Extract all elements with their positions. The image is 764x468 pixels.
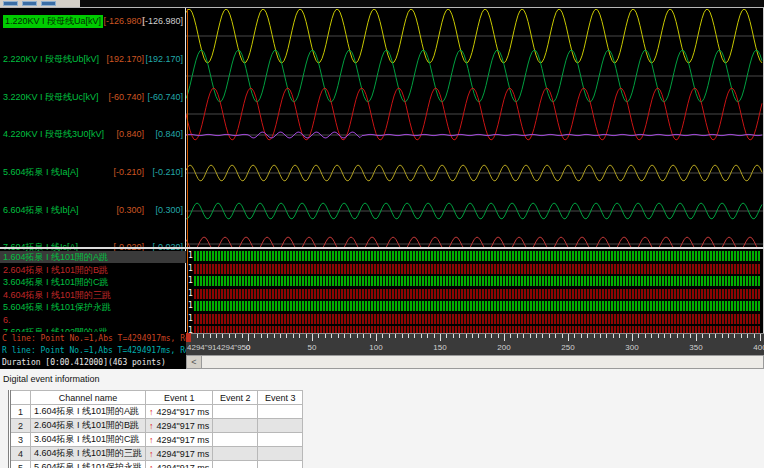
axis-tick [472, 334, 473, 338]
digital-waveform-bar [194, 251, 760, 261]
digital-channel-row[interactable]: 4.604拓泉 I 线101開的三跳 [0, 289, 186, 301]
axis-tick [210, 334, 211, 338]
axis-tick [485, 334, 486, 338]
scrollbar-track[interactable] [202, 356, 763, 368]
channel-value-2: [-60.740] [147, 91, 183, 104]
axis-tick [510, 334, 511, 338]
analog-channel-label[interactable]: 5.604拓泉 I 线Ia[A] [3, 166, 79, 179]
analog-channel-row[interactable]: 6.604拓泉 I 线Ib[A][0.300][0.300] [0, 204, 185, 217]
axis-tick [619, 334, 620, 338]
digital-channel-label[interactable]: 2.604拓泉 I 线101開的B跳 [3, 264, 108, 276]
analog-waveforms-svg[interactable] [186, 9, 763, 247]
column-header: Event 1 [146, 391, 213, 405]
analog-channel-row[interactable]: 2.220KV I 段母线Ub[kV][192.170][192.170] [0, 53, 185, 66]
axis-tick [690, 334, 691, 338]
analog-channel-label[interactable]: 4.220KV I 段母线3U0[kV] [3, 128, 104, 141]
axis-tick [203, 334, 204, 338]
event1-cell: ↑4294"917 ms [146, 419, 213, 433]
toolbar-btn-1-icon[interactable] [3, 1, 18, 6]
event3-cell [258, 433, 303, 447]
axis-tick [325, 334, 326, 338]
digital-state-value: 1 [188, 314, 193, 324]
axis-tick [606, 334, 607, 338]
table-row[interactable]: 44.604拓泉 I 线101開的三跳↑4294"917 ms [10, 447, 303, 461]
toolbar-btn-2-icon[interactable] [22, 1, 37, 6]
analog-channel-label[interactable]: 6.604拓泉 I 线Ib[A] [3, 204, 79, 217]
axis-tick [632, 334, 633, 341]
waveform-plot-area[interactable]: 1111111 4294"914294"950 0501001502002503… [186, 8, 764, 369]
event2-cell [213, 433, 258, 447]
rising-edge-icon: ↑ [149, 449, 154, 459]
digital-channel-row[interactable]: 5.604拓泉 I 线101保护永跳 [0, 301, 186, 313]
digital-channel-label[interactable]: 3.604拓泉 I 线101開的C跳 [3, 276, 109, 288]
digital-state-value: 1 [188, 289, 193, 299]
toolbar-btn-3-icon[interactable] [41, 1, 56, 6]
channel-value-1: [-0.210] [113, 166, 144, 179]
event1-cell: ↑4294"917 ms [146, 461, 213, 468]
section-title: Digital event information [3, 374, 100, 384]
horizontal-scrollbar[interactable]: < [186, 355, 764, 369]
axis-tick [389, 334, 390, 338]
axis-tick [427, 334, 428, 338]
axis-tick [683, 334, 684, 338]
digital-channel-label[interactable]: 1.604拓泉 I 线101開的A跳 [3, 251, 108, 263]
axis-tick [414, 334, 415, 338]
axis-tick [760, 334, 761, 341]
digital-channel-row[interactable]: 6. [0, 314, 186, 326]
digital-channel-label[interactable]: 6. [3, 314, 11, 326]
axis-tick [670, 334, 671, 338]
axis-tick-label: 300 [625, 343, 638, 352]
axis-tick [587, 334, 588, 338]
axis-tick-label: 50 [308, 343, 317, 352]
axis-tick [626, 334, 627, 338]
channel-value-2: [192.170] [145, 53, 183, 66]
table-row[interactable]: 33.604拓泉 I 线101開的C跳↑4294"917 ms [10, 433, 303, 447]
cursor-line[interactable] [187, 9, 188, 333]
table-row[interactable]: 22.604拓泉 I 线101開的B跳↑4294"917 ms [10, 419, 303, 433]
digital-channel-row[interactable]: 3.604拓泉 I 线101開的C跳 [0, 276, 186, 288]
axis-tick [542, 334, 543, 338]
axis-tick [350, 334, 351, 338]
digital-state-value: 1 [188, 264, 193, 274]
row-number: 1 [10, 405, 31, 419]
event2-cell [213, 461, 258, 468]
digital-channel-label[interactable]: 4.604拓泉 I 线101開的三跳 [3, 289, 111, 301]
axis-tick [286, 334, 287, 338]
digital-waveform-bar [194, 264, 760, 274]
digital-event-section: Digital event information Channel nameEv… [0, 368, 764, 468]
axis-tick-label: 350 [689, 343, 702, 352]
oscillography-area: C line: Point No.=1,Abs T=4294917ms, Rel… [0, 7, 764, 368]
analog-channel-row[interactable]: 3.220KV I 段母线Uc[kV][-60.740][-60.740] [0, 91, 185, 104]
digital-channel-row[interactable]: 2.604拓泉 I 线101開的B跳 [0, 264, 186, 276]
analog-channel-label[interactable]: 2.220KV I 段母线Ub[kV] [3, 53, 99, 66]
event2-cell [213, 405, 258, 419]
table-row[interactable]: 11.604拓泉 I 线101開的A跳↑4294"917 ms [10, 405, 303, 419]
axis-tick [446, 334, 447, 338]
event3-cell [258, 419, 303, 433]
digital-channel-label[interactable]: 5.604拓泉 I 线101保护永跳 [3, 301, 111, 313]
cursor-flag-icon[interactable] [186, 333, 191, 342]
axis-tick [453, 334, 454, 338]
analog-channel-row[interactable]: 5.604拓泉 I 线Ia[A][-0.210][-0.210] [0, 166, 185, 179]
channel-value-1: [0.840] [116, 128, 144, 141]
axis-tick [517, 334, 518, 338]
row-number: 3 [10, 433, 31, 447]
analog-channel-row[interactable]: 4.220KV I 段母线3U0[kV][0.840][0.840] [0, 128, 185, 141]
digital-channel-row[interactable]: 1.604拓泉 I 线101開的A跳 [0, 251, 186, 263]
analog-channel-label[interactable]: 3.220KV I 段母线Uc[kV] [3, 91, 99, 104]
axis-tick [254, 334, 255, 338]
duration-status: Duration [0:00.412000](463 points) [2, 358, 166, 367]
analog-channel-label[interactable]: 1.220KV I 段母线Ua[kV] [3, 15, 103, 28]
axis-tick [568, 334, 569, 341]
axis-tick [248, 334, 249, 341]
axis-tick-label: 0 [246, 343, 250, 352]
channel-value-1: [-60.740] [108, 91, 144, 104]
axis-tick [549, 334, 550, 338]
scrollbar-left-arrow-icon[interactable]: < [187, 356, 202, 368]
axis-tick [555, 334, 556, 338]
analog-channel-row[interactable]: 1.220KV I 段母线Ua[kV][-126.980][-126.980] [0, 15, 185, 28]
channel-name-cell: 1.604拓泉 I 线101開的A跳 [31, 405, 146, 419]
row-number: 2 [10, 419, 31, 433]
table-row[interactable]: 55.604拓泉 I 线101保护永跳↑4294"917 ms [10, 461, 303, 468]
axis-tick [664, 334, 665, 338]
